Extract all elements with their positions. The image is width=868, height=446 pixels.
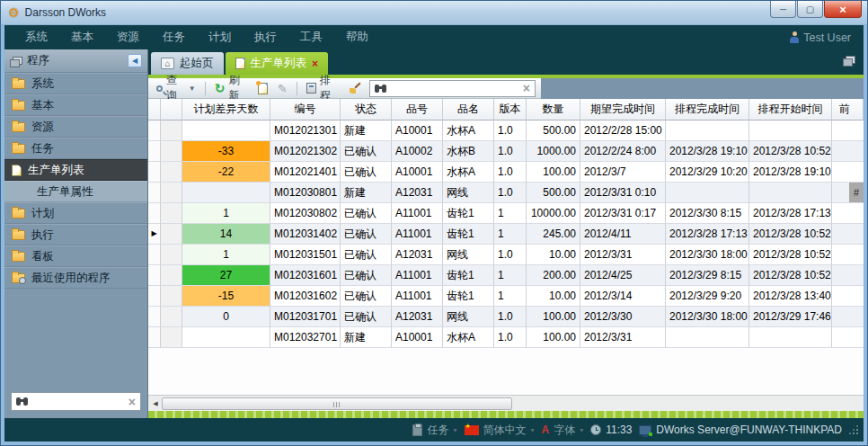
window-list-icon[interactable] xyxy=(843,56,855,65)
tabstrip: ⌂起始页生产单列表× xyxy=(148,49,864,75)
bottom-accent-band xyxy=(148,411,864,418)
font-icon: A xyxy=(542,424,550,436)
grid-cell: 水杯B xyxy=(443,141,494,162)
row-gutter xyxy=(161,120,182,141)
grid-cell xyxy=(832,141,864,162)
chevron-down-icon[interactable]: ▾ xyxy=(453,426,456,434)
row-gutter xyxy=(161,183,182,203)
sidebar-item-label: 系统 xyxy=(31,76,54,92)
sidebar-item[interactable]: 系统 xyxy=(4,73,147,94)
clean-button[interactable] xyxy=(347,81,365,95)
table-row[interactable]: 0M012031701已确认A12031网线1.0100.002012/3/30… xyxy=(148,307,864,327)
menu-item[interactable]: 计划 xyxy=(197,30,243,45)
column-header[interactable]: 品名 xyxy=(443,99,494,120)
clear-search-icon[interactable]: × xyxy=(523,82,530,94)
sidebar-filter-input[interactable] xyxy=(32,397,124,407)
row-gutter xyxy=(161,224,182,245)
column-header[interactable]: 排程开始时间 xyxy=(749,99,832,120)
close-button[interactable]: × xyxy=(824,1,862,18)
table-row[interactable]: 1M012031501已确认A12031网线1.010.002012/3/312… xyxy=(148,245,864,265)
minimize-button[interactable]: ─ xyxy=(770,1,796,18)
grid-cell: 2012/3/30 18:00 xyxy=(666,245,749,265)
sidebar-item[interactable]: 生产单列表 xyxy=(4,159,147,181)
menu-item[interactable]: 工具 xyxy=(288,30,334,45)
table-row[interactable]: 27M012031601已确认A11001齿轮11200.002012/4/25… xyxy=(148,265,864,286)
table-row[interactable]: ▶14M012031402已确认A11001齿轮11245.002012/4/1… xyxy=(148,224,864,245)
sidebar-title: 程序 xyxy=(27,53,122,68)
tab-active[interactable]: 生产单列表× xyxy=(226,52,329,75)
chevron-down-icon[interactable]: ▾ xyxy=(531,426,535,434)
grid-cell: 10000.00 xyxy=(527,203,580,224)
menubar: 系统基本资源任务计划执行工具帮助 Test User xyxy=(4,25,864,49)
row-marker xyxy=(148,162,161,183)
edit-button[interactable]: ✎ xyxy=(275,82,290,95)
grid-cell: 齿轮1 xyxy=(443,286,494,307)
scroll-left-icon[interactable]: ◀ xyxy=(149,400,162,407)
binoculars-icon xyxy=(16,397,28,406)
table-row[interactable]: -15M012031602已确认A11001齿轮1110.002012/3/14… xyxy=(148,286,864,307)
column-header[interactable]: 排程完成时间 xyxy=(666,99,749,120)
table-row[interactable]: -33M012021302已确认A10002水杯B1.01000.002012/… xyxy=(148,141,864,162)
tab-inactive[interactable]: ⌂起始页 xyxy=(151,52,224,75)
clear-filter-icon[interactable]: × xyxy=(128,396,136,408)
grid-cell: -33 xyxy=(182,141,270,162)
task-status-button[interactable]: 任务 ▾ xyxy=(412,423,456,438)
table-row[interactable]: M012030801新建A12031网线1.0500.002012/3/31 0… xyxy=(148,183,864,203)
column-header[interactable]: 版本 xyxy=(494,99,527,120)
sidebar-collapse-button[interactable]: ◀ xyxy=(128,54,142,67)
sidebar-item[interactable]: 计划 xyxy=(4,202,147,224)
column-header[interactable]: 前 xyxy=(832,99,864,120)
grid-cell: 已确认 xyxy=(341,307,392,327)
chevron-down-icon[interactable]: ▾ xyxy=(580,426,583,434)
table-row[interactable]: M012021301新建A10001水杯A1.0500.002012/2/28 … xyxy=(148,120,864,141)
maximize-button[interactable]: ▢ xyxy=(797,1,823,18)
column-header[interactable]: 编号 xyxy=(270,99,341,120)
menu-item[interactable]: 资源 xyxy=(105,30,151,45)
app-window: ⚙ Darsson DWorks ─ ▢ × 系统基本资源任务计划执行工具帮助 … xyxy=(0,0,868,446)
sidebar-item[interactable]: 基本 xyxy=(4,94,147,116)
grid-cell: 2012/3/28 13:40 xyxy=(749,286,832,307)
new-button[interactable] xyxy=(255,82,270,95)
grid-cell: 100.00 xyxy=(527,327,580,348)
grid-cell: A10002 xyxy=(392,141,443,162)
scrollbar-thumb[interactable] xyxy=(162,397,512,410)
column-header[interactable]: 状态 xyxy=(341,99,392,120)
sidebar-item[interactable]: 最近使用的程序 xyxy=(4,267,147,289)
tab-close-icon[interactable]: × xyxy=(312,58,318,69)
menu-item[interactable]: 任务 xyxy=(151,30,197,45)
menu-item[interactable]: 帮助 xyxy=(334,30,380,45)
table-row[interactable]: 1M012030802已确认A11001齿轮1110000.002012/3/3… xyxy=(148,203,864,224)
chevron-down-icon[interactable]: ▼ xyxy=(189,85,196,93)
sidebar-item[interactable]: 执行 xyxy=(4,224,147,245)
toolbar-search-input[interactable] xyxy=(391,83,518,94)
user-badge[interactable]: Test User xyxy=(790,31,855,44)
horizontal-scrollbar[interactable]: ◀ xyxy=(148,395,864,411)
table-row[interactable]: -22M012021401已确认A10001水杯A1.0100.002012/3… xyxy=(148,162,864,183)
font-button[interactable]: A 字体 ▾ xyxy=(542,423,584,438)
resize-grip[interactable] xyxy=(849,425,858,434)
table-row[interactable]: M012032701新建A10001水杯A1.0100.002012/3/31 xyxy=(148,327,864,348)
grid-cell: A11001 xyxy=(392,286,443,307)
grid-cell: 齿轮1 xyxy=(443,224,494,245)
sidebar-item[interactable]: 任务 xyxy=(4,138,147,159)
folder-icon xyxy=(12,209,25,219)
sidebar-item[interactable]: 看板 xyxy=(4,245,147,267)
titlebar[interactable]: ⚙ Darsson DWorks ─ ▢ × xyxy=(1,1,867,25)
menu-item[interactable]: 基本 xyxy=(59,30,105,45)
column-header[interactable]: 数量 xyxy=(527,99,580,120)
column-header[interactable]: 期望完成时间 xyxy=(580,99,666,120)
sidebar-item[interactable]: 生产单属性 xyxy=(4,181,147,202)
grid-cell xyxy=(182,327,270,348)
column-header[interactable]: 品号 xyxy=(392,99,443,120)
row-gutter xyxy=(161,265,182,286)
row-gutter xyxy=(161,162,182,183)
sidebar-item[interactable]: 资源 xyxy=(4,116,147,138)
grid-header: 计划差异天数编号状态品号品名版本数量期望完成时间排程完成时间排程开始时间前 xyxy=(148,99,864,120)
grid-cell: 2012/3/28 10:52 xyxy=(749,265,832,286)
language-button[interactable]: 简体中文 ▾ xyxy=(465,423,535,438)
grid-cell: 已确认 xyxy=(341,141,392,162)
column-header[interactable]: 计划差异天数 xyxy=(182,99,270,120)
grid-cell: 14 xyxy=(182,224,270,245)
menu-item[interactable]: 系统 xyxy=(13,30,59,45)
menu-item[interactable]: 执行 xyxy=(243,30,288,45)
